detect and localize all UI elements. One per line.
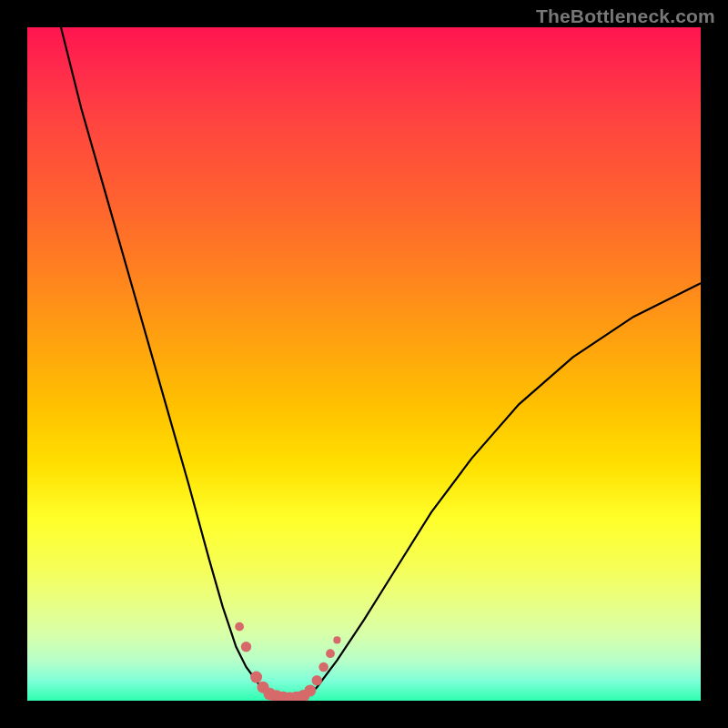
- curve-marker: [235, 622, 244, 632]
- curve-marker: [333, 636, 340, 643]
- curve-marker: [318, 662, 329, 672]
- curve-marker: [326, 649, 335, 658]
- curve-marker: [304, 684, 316, 696]
- curve-marker: [241, 642, 251, 652]
- bottleneck-curve: [61, 27, 701, 700]
- watermark-text: TheBottleneck.com: [536, 5, 715, 27]
- plot-area: [27, 27, 701, 701]
- chart-svg: [27, 27, 701, 701]
- curve-markers: [235, 622, 340, 701]
- curve-marker: [312, 675, 322, 685]
- curve-marker: [250, 672, 262, 683]
- chart-frame: TheBottleneck.com: [0, 0, 728, 728]
